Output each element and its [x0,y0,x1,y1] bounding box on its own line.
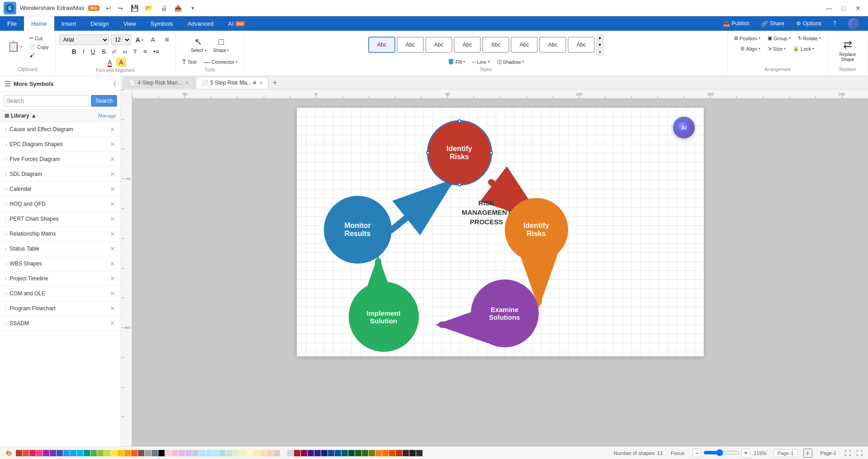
color-swatch-41[interactable] [294,450,300,456]
menu-advanced[interactable]: Advanced [180,16,221,31]
color-swatch-47[interactable] [335,450,341,456]
export-button[interactable]: 📤 [173,3,184,14]
page-label-button[interactable]: Page-1 [818,450,839,457]
color-swatch-7[interactable] [63,450,70,456]
connector-button[interactable]: — Connector ▾ [201,57,241,66]
menu-view[interactable]: View [116,16,143,31]
font-color-button[interactable]: A [105,58,114,67]
styles-up-button[interactable]: ▲ [596,34,603,41]
color-swatch-14[interactable] [111,450,117,456]
color-picker-icon[interactable]: 🎨 [5,450,12,456]
replace-shape-button[interactable]: ⇄ Replace Shape [831,34,864,66]
color-swatch-59[interactable] [416,450,422,456]
cut-button[interactable]: ✂ Cut [27,34,52,42]
menu-symbols[interactable]: Symbols [143,16,180,31]
redo-button[interactable]: ↪ [115,3,126,14]
subscript-button[interactable]: x₂ [120,48,130,56]
zoom-slider[interactable] [703,449,740,457]
decrease-font-button[interactable]: A- [148,35,160,44]
sidebar-item-1[interactable]: › EPC Diagram Shapes ✕ [0,137,121,152]
color-swatch-28[interactable] [206,450,212,456]
maximize-button[interactable]: □ [837,2,850,14]
add-tab-button[interactable]: + [270,77,280,88]
styles-down-button[interactable]: ▼ [596,42,603,48]
print-button[interactable]: 🖨 [158,3,169,14]
sidebar-item-10[interactable]: › Project Timeline ✕ [0,271,121,286]
tab-2[interactable]: 📄 5 Step Risk Ma... ✕ [196,77,269,89]
sidebar-item-11[interactable]: › COM and OLE ✕ [0,286,121,301]
position-button[interactable]: ⊞ Position ▾ [731,34,763,42]
style-box-1[interactable]: Abc [368,37,395,53]
options-button[interactable]: ⚙ Options [791,19,827,28]
zoom-out-button[interactable]: − [693,449,702,458]
color-swatch-18[interactable] [138,450,144,456]
color-swatch-38[interactable] [274,450,280,456]
color-swatch-33[interactable] [240,450,246,456]
lock-button[interactable]: 🔒 Lock ▾ [790,45,817,52]
sidebar-item-2[interactable]: › Five Forces Diagram ✕ [0,152,121,167]
shape-implement[interactable]: ImplementSolution [349,282,419,352]
color-swatch-6[interactable] [57,450,63,456]
align-button[interactable]: ≡ [162,35,172,45]
sidebar-item-remove-6[interactable]: ✕ [110,215,115,222]
shape-examine[interactable]: ExamineSolutions [471,279,539,347]
color-swatch-9[interactable] [77,450,83,456]
shadow-button[interactable]: ◫ Shadow ▾ [494,58,527,66]
canvas-scroll[interactable]: RISK MANAGEMENT PROCESS IdentifyRisks Id… [132,99,868,446]
color-swatch-31[interactable] [226,450,232,456]
menu-home[interactable]: Home [24,16,54,31]
tab-2-close-icon[interactable]: ✕ [259,80,263,86]
sidebar-item-6[interactable]: › PERT Chart Shapes ✕ [0,212,121,227]
color-swatch-50[interactable] [355,450,361,456]
color-swatch-35[interactable] [253,450,260,456]
italic-button[interactable]: I [80,47,87,56]
zoom-range-input[interactable] [703,449,740,456]
sidebar-item-12[interactable]: › Program Flowchart ✕ [0,301,121,316]
search-button[interactable]: Search [91,95,117,107]
sidebar-item-remove-5[interactable]: ✕ [110,200,115,208]
bold-button[interactable]: B [69,47,79,56]
color-swatch-3[interactable] [36,450,43,456]
color-swatch-24[interactable] [179,450,185,456]
ai-float-button[interactable]: AI [673,117,695,138]
shape-identify-right[interactable]: IdentifyRisks [505,198,568,261]
color-swatch-54[interactable] [382,450,389,456]
publish-button[interactable]: 📤 Publish [718,19,755,28]
menu-design[interactable]: Design [83,16,116,31]
sidebar-item-8[interactable]: › Status Table ✕ [0,241,121,256]
more-button[interactable]: ▾ [187,3,198,14]
color-swatch-56[interactable] [396,450,402,456]
bullet-button[interactable]: •≡ [151,47,162,56]
sidebar-item-remove-9[interactable]: ✕ [110,260,115,267]
font-name-select[interactable]: Arial [59,34,109,45]
highlight-button[interactable]: A [116,58,126,67]
menu-insert[interactable]: Insert [54,16,84,31]
fill-button[interactable]: 🪣 Fill ▾ [445,58,468,66]
color-swatch-13[interactable] [104,450,110,456]
color-swatch-12[interactable] [97,450,104,456]
color-swatch-25[interactable] [185,450,192,456]
open-button[interactable]: 📂 [144,3,155,14]
sidebar-item-5[interactable]: › HOQ and QFD ✕ [0,197,121,212]
color-swatch-53[interactable] [375,450,382,456]
color-swatch-4[interactable] [43,450,49,456]
align-arrangement-button[interactable]: ⊟ Align ▾ [738,45,763,52]
underline-button[interactable]: U [88,47,98,56]
sidebar-item-remove-8[interactable]: ✕ [110,245,115,252]
sidebar-item-remove-12[interactable]: ✕ [110,305,115,312]
page-tab-1[interactable]: Page-1 [773,449,797,457]
clear-format-button[interactable]: T [131,47,140,56]
styles-more-button[interactable]: ≡ [596,49,603,55]
sidebar-item-0[interactable]: › Cause and Effect Diagram ✕ [0,122,121,137]
color-swatch-32[interactable] [233,450,239,456]
color-swatch-49[interactable] [348,450,355,456]
increase-font-button[interactable]: A+ [133,35,147,44]
color-swatch-55[interactable] [389,450,395,456]
color-swatch-57[interactable] [403,450,409,456]
style-box-7[interactable]: Abc [539,37,566,53]
close-button[interactable]: ✕ [852,2,864,14]
tab-1[interactable]: 📄 4-Step Risk Man... ✕ [123,77,195,89]
sidebar-item-remove-10[interactable]: ✕ [110,275,115,282]
color-swatch-16[interactable] [124,450,131,456]
group-button[interactable]: ▣ Group ▾ [765,34,793,42]
